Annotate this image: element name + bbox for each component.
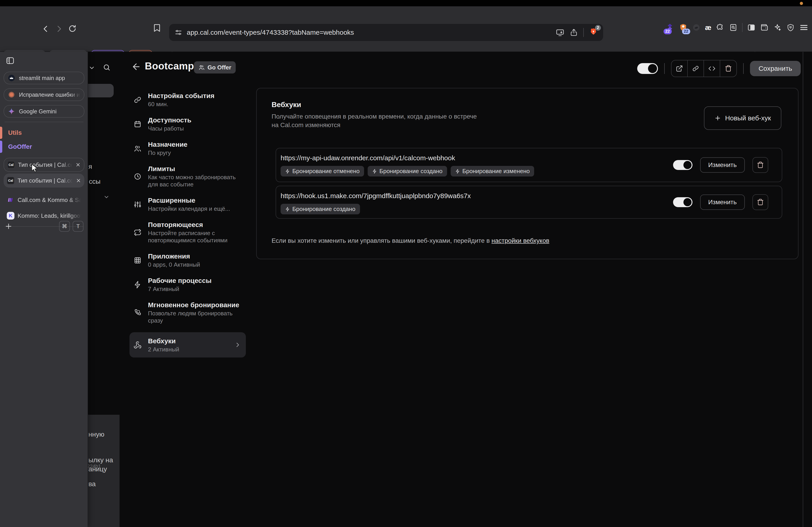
cal-favicon: Cal <box>7 177 14 184</box>
close-tab-icon[interactable] <box>76 178 81 183</box>
sidebar-toggle-icon[interactable] <box>5 56 15 65</box>
nav-assignment[interactable]: НазначениеПо кругу <box>129 140 246 156</box>
browser-toolbar: app.cal.com/event-types/4743338?tabName=… <box>0 6 812 52</box>
users-icon <box>133 141 142 156</box>
divider <box>583 28 584 37</box>
embed-code-button[interactable] <box>704 60 720 77</box>
mouse-cursor <box>31 164 39 174</box>
search-icon[interactable] <box>103 63 111 71</box>
nav-instant-booking[interactable]: Мгновенное бронированиеПозвольте людям б… <box>129 301 246 324</box>
extension-ae-icon[interactable]: æ <box>705 24 711 32</box>
webhook-enabled-toggle[interactable] <box>673 197 693 207</box>
search-box-icon[interactable] <box>729 23 738 32</box>
chevron-down-icon[interactable] <box>88 64 95 71</box>
edit-webhook-button[interactable]: Изменить <box>700 195 745 210</box>
webhooks-panel: Вебхуки Получайте оповещения в реальном … <box>256 88 798 259</box>
make-favicon <box>7 196 14 204</box>
delete-event-button[interactable] <box>720 60 737 77</box>
divider <box>664 63 665 74</box>
leo-ai-sparkle-icon[interactable] <box>773 23 782 32</box>
tab-kommo-leads[interactable]: K Kommo: Leads, kirillgoof <box>4 209 84 223</box>
panel-footer-note: Если вы хотите изменить или управлять ва… <box>272 237 549 244</box>
send-to-device-icon[interactable] <box>556 28 564 37</box>
preview-external-link-button[interactable] <box>671 60 688 77</box>
panel-title: Вебхуки <box>272 101 301 109</box>
wallet-icon[interactable] <box>760 23 769 32</box>
section-color-bar <box>0 127 2 139</box>
delete-webhook-button[interactable] <box>752 157 768 173</box>
back-icon[interactable] <box>41 24 50 33</box>
nav-limits[interactable]: ЛимитыКак часто можно забронировать для … <box>129 165 246 188</box>
repeat-icon <box>133 221 142 244</box>
trigger-badge: Бронирование создано <box>280 204 360 214</box>
kommo-favicon: K <box>7 212 14 220</box>
url-bar[interactable]: app.cal.com/event-types/4743338?tabName=… <box>169 24 603 41</box>
streamlit-crown-icon <box>8 74 15 82</box>
nav-recurring[interactable]: ПовторяющеесяНастройте расписание с повт… <box>129 221 246 244</box>
extensions-puzzle-icon[interactable] <box>716 23 724 32</box>
clipped-text-fragment: я <box>88 163 92 170</box>
zap-icon <box>455 169 460 174</box>
tab-cal-event-type-1[interactable]: Cal Тип события | Cal.co <box>4 158 84 172</box>
build-hash-fragment: 224b1 <box>87 464 101 469</box>
workspace-section-utils[interactable]: Utils <box>0 126 88 140</box>
team-badge[interactable]: Go Offer <box>194 61 236 74</box>
vpn-shield-icon[interactable] <box>786 23 795 32</box>
pinned-tab-claude[interactable]: Исправление ошибки и <box>4 88 84 101</box>
nav-availability[interactable]: ДоступностьЧасы работы <box>129 116 246 132</box>
nav-event-setup[interactable]: Настройка события60 мин. <box>129 91 246 108</box>
nav-webhooks[interactable]: Вебхуки2 Активный <box>129 332 246 358</box>
pinned-tab-streamlit[interactable]: streamlit main app <box>4 72 84 84</box>
webhook-icon <box>133 337 142 353</box>
extension-purple-icon[interactable]: 22 <box>665 23 675 32</box>
divider <box>742 23 742 32</box>
zap-icon <box>372 169 377 174</box>
divider <box>4 122 84 122</box>
reload-icon[interactable] <box>68 24 77 33</box>
webhook-enabled-toggle[interactable] <box>673 160 693 170</box>
webhook-settings-link[interactable]: настройки вебхуков <box>492 237 549 244</box>
extension-badge: 22 <box>664 29 672 34</box>
phone-icon <box>133 301 142 324</box>
gemini-star-icon <box>8 107 15 115</box>
tab-cal-event-type-2[interactable]: Cal Тип события | Cal.co <box>4 174 84 187</box>
cmd-keycap: ⌘ <box>59 221 70 232</box>
nav-advanced[interactable]: РасширенныеНастройки календаря и ещё... <box>129 196 246 212</box>
brave-shields-icon[interactable]: 2 <box>589 28 598 37</box>
pinned-tab-gemini[interactable]: Google Gemini <box>4 105 84 118</box>
chevron-right-icon <box>234 341 241 348</box>
users-icon <box>199 64 205 71</box>
zap-icon <box>133 277 142 292</box>
nav-workflows[interactable]: Рабочие процессы7 Активный <box>129 276 246 292</box>
calendar-icon <box>133 116 142 132</box>
panel-subtitle: Получайте оповещения в реальном времени,… <box>272 112 477 130</box>
cal-page: я ссы нную ылку на аницу ва Bootcamp Go … <box>0 52 812 527</box>
bookmark-icon[interactable] <box>153 24 161 32</box>
url-text[interactable]: app.cal.com/event-types/4743338?tabName=… <box>187 29 556 36</box>
site-settings-icon[interactable] <box>175 29 182 36</box>
save-button[interactable]: Сохранить <box>750 61 801 76</box>
forward-icon[interactable] <box>55 24 63 33</box>
workspace-section-gooffer[interactable]: GoOffer <box>0 140 88 154</box>
sidebar-panel-icon[interactable] <box>747 23 756 32</box>
share-icon[interactable] <box>570 28 578 36</box>
copy-link-button[interactable] <box>688 60 704 77</box>
new-tab-plus-icon[interactable] <box>4 222 13 230</box>
clipped-text-fragment: ва <box>88 480 96 488</box>
webhook-row: https://hook.us1.make.com/7jpgmdffkuttju… <box>276 186 782 219</box>
edit-webhook-button[interactable]: Изменить <box>700 157 745 173</box>
new-webhook-button[interactable]: Новый веб-хук <box>704 106 781 130</box>
close-tab-icon[interactable] <box>75 162 81 167</box>
extension-dark-icon[interactable] <box>692 23 700 32</box>
delete-webhook-button[interactable] <box>752 194 768 210</box>
back-arrow-icon[interactable] <box>131 62 141 72</box>
event-enabled-toggle[interactable] <box>637 63 658 74</box>
menu-bar-strip <box>0 0 812 6</box>
webhook-row: https://my-api-udaw.onrender.com/api/v1/… <box>276 148 782 182</box>
menu-hamburger-icon[interactable] <box>799 23 808 32</box>
nav-apps[interactable]: Приложения0 apps, 0 Активный <box>129 252 246 268</box>
tab-make-scenario[interactable]: Call.com & Kommo & Sa <box>4 193 84 207</box>
cal-favicon: Cal <box>7 161 15 169</box>
extension-shield-icon[interactable]: 22 <box>679 23 687 32</box>
plus-icon <box>714 115 721 121</box>
